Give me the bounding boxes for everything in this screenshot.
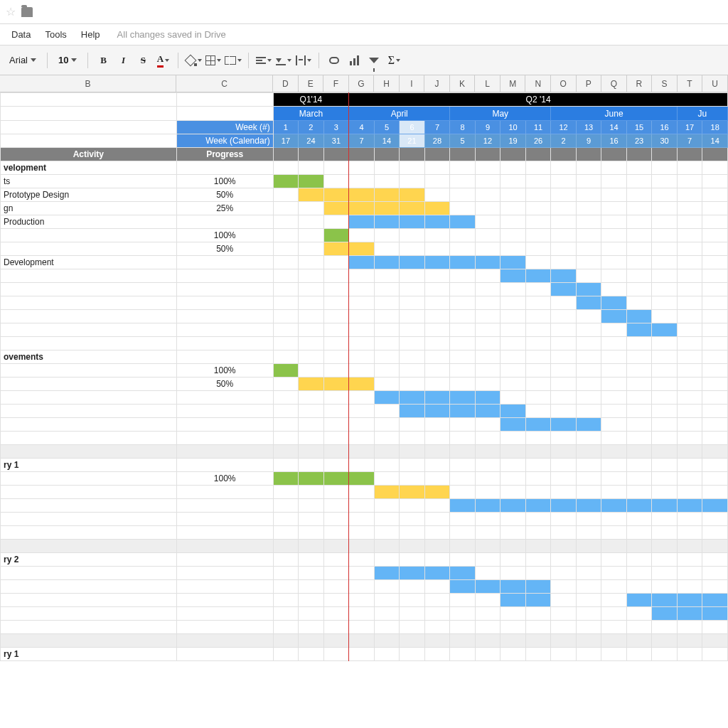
strikethrough-button[interactable]: S	[134, 51, 152, 70]
column-header[interactable]: C	[176, 75, 273, 92]
menu-help[interactable]: Help	[75, 26, 106, 43]
filter-button[interactable]	[365, 51, 383, 70]
functions-button[interactable]: Σ	[385, 51, 403, 70]
paint-bucket-icon	[185, 55, 196, 66]
chart-icon	[350, 55, 359, 65]
caret-down-icon	[71, 58, 77, 62]
column-header[interactable]: I	[400, 75, 425, 92]
align-left-icon	[256, 57, 266, 64]
caret-down-icon	[31, 58, 36, 62]
column-header[interactable]: U	[702, 75, 728, 92]
column-header[interactable]: D	[273, 75, 299, 92]
caret-down-icon	[287, 59, 291, 62]
save-status: All changes saved in Drive	[117, 29, 226, 40]
link-icon	[329, 57, 339, 64]
star-icon[interactable]: ☆	[6, 5, 16, 18]
column-header[interactable]: L	[475, 75, 500, 92]
column-header-row: BCDEFGHIJKLMNOPQRSTU	[0, 75, 728, 92]
font-family-value: Arial	[9, 55, 28, 65]
text-wrap-button[interactable]	[294, 51, 313, 70]
column-header[interactable]: H	[374, 75, 400, 92]
column-header[interactable]: M	[500, 75, 526, 92]
column-header[interactable]: P	[577, 75, 602, 92]
sigma-icon: Σ	[388, 54, 395, 67]
column-header[interactable]: N	[525, 75, 551, 92]
fill-color-button[interactable]	[184, 51, 203, 70]
caret-down-icon	[165, 59, 169, 62]
toolbar: Arial 10 B I S A Σ	[0, 46, 728, 75]
column-header[interactable]: F	[323, 75, 349, 92]
caret-down-icon	[237, 59, 242, 62]
caret-down-icon	[217, 59, 221, 62]
italic-button[interactable]: I	[114, 51, 132, 70]
caret-down-icon	[267, 59, 272, 62]
merge-cells-button[interactable]	[224, 51, 242, 70]
insert-chart-button[interactable]	[345, 51, 363, 70]
column-header[interactable]: G	[349, 75, 375, 92]
column-header[interactable]: O	[551, 75, 577, 92]
menu-tools[interactable]: Tools	[39, 26, 72, 43]
sheet-grid[interactable]: Q1'14Q2 '14MarchAprilMayJuneJuWeek (#)12…	[0, 92, 728, 661]
column-header[interactable]: J	[424, 75, 450, 92]
column-header[interactable]: T	[678, 75, 703, 92]
column-header[interactable]: Q	[601, 75, 627, 92]
bold-button[interactable]: B	[94, 51, 112, 70]
column-header[interactable]: E	[299, 75, 324, 92]
font-size-dropdown[interactable]: 10	[53, 51, 82, 70]
folder-icon[interactable]	[21, 7, 33, 17]
menu-bar: Data Tools Help All changes saved in Dri…	[0, 24, 728, 46]
column-header[interactable]: R	[627, 75, 653, 92]
font-family-dropdown[interactable]: Arial	[4, 51, 41, 70]
menu-data[interactable]: Data	[6, 26, 36, 43]
vertical-align-button[interactable]	[274, 51, 293, 70]
text-color-button[interactable]: A	[154, 51, 172, 70]
font-size-value: 10	[58, 55, 68, 65]
column-header[interactable]: S	[652, 75, 678, 92]
borders-icon	[205, 55, 215, 65]
wrap-icon	[296, 55, 306, 65]
borders-button[interactable]	[204, 51, 223, 70]
title-bar: ☆	[0, 0, 728, 24]
filter-icon	[369, 58, 379, 63]
horizontal-align-button[interactable]	[255, 51, 273, 70]
column-header[interactable]: B	[0, 75, 176, 92]
insert-link-button[interactable]	[325, 51, 343, 70]
caret-down-icon	[396, 59, 400, 62]
merge-icon	[225, 56, 236, 65]
column-header[interactable]: K	[450, 75, 476, 92]
align-bottom-icon	[276, 55, 286, 65]
spreadsheet[interactable]: BCDEFGHIJKLMNOPQRSTU Q1'14Q2 '14MarchApr…	[0, 75, 728, 661]
caret-down-icon	[198, 59, 202, 62]
caret-down-icon	[307, 59, 311, 62]
